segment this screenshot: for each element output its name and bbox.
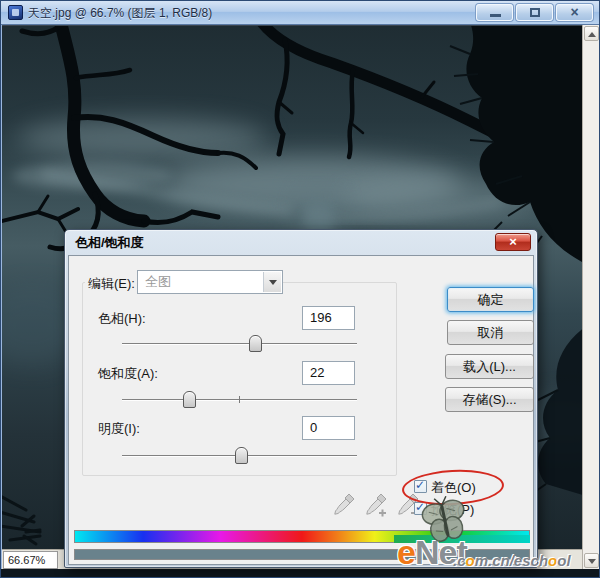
minimize-icon <box>490 14 501 17</box>
close-icon: × <box>509 234 517 249</box>
watermark-url-part: m.cn/esch <box>475 552 548 569</box>
watermark-e: e <box>397 533 415 571</box>
dialog-close-button[interactable]: × <box>495 233 531 251</box>
scroll-down-button[interactable] <box>584 553 599 568</box>
saturation-slider-thumb[interactable] <box>183 391 196 408</box>
photoshop-file-icon <box>8 5 23 20</box>
window-controls: × <box>476 4 593 21</box>
slider-center-tick <box>239 396 240 403</box>
ok-button[interactable]: 确定 <box>447 287 534 312</box>
hue-slider-thumb[interactable] <box>249 335 262 352</box>
hue-slider-track <box>122 343 357 344</box>
eyedropper-plus-icon[interactable] <box>365 491 389 519</box>
minimize-button[interactable] <box>476 4 513 21</box>
eyedropper-icon[interactable] <box>333 491 357 519</box>
cancel-button[interactable]: 取消 <box>447 320 534 345</box>
close-window-button[interactable]: × <box>556 4 593 21</box>
lightness-input[interactable]: 0 <box>302 416 355 440</box>
maximize-button[interactable] <box>516 4 553 21</box>
zoom-level-field[interactable]: 66.67% <box>3 551 58 569</box>
saturation-label: 饱和度(A): <box>95 365 161 383</box>
maximize-icon <box>530 8 540 17</box>
watermark-url-part: ol <box>557 552 570 569</box>
saturation-slider[interactable] <box>122 390 357 408</box>
photoshop-document-window: 天空.jpg @ 66.7% (图层 1, RGB/8) × <box>0 0 600 578</box>
arrow-up-icon <box>588 32 596 37</box>
arrow-down-icon <box>588 559 596 564</box>
lightness-slider[interactable] <box>122 446 357 464</box>
chevron-down-icon <box>269 280 277 285</box>
watermark-url-part: o <box>466 552 475 569</box>
watermark-url-part: o <box>548 552 557 569</box>
load-button[interactable]: 载入(L)... <box>445 354 534 379</box>
lightness-label: 明度(I): <box>95 420 143 438</box>
window-title: 天空.jpg @ 66.7% (图层 1, RGB/8) <box>28 1 212 25</box>
dialog-title[interactable]: 色相/饱和度 <box>65 230 537 255</box>
watermark-url-part: .c <box>453 552 466 569</box>
saturation-input[interactable]: 22 <box>302 361 355 385</box>
scroll-up-button[interactable] <box>584 26 599 41</box>
edit-channel-dropdown[interactable]: 全图 <box>137 270 283 294</box>
save-button[interactable]: 存储(S)... <box>445 387 534 412</box>
hue-slider[interactable] <box>122 334 357 352</box>
dropdown-button[interactable] <box>263 272 281 292</box>
hue-label: 色相(H): <box>95 310 149 328</box>
butterfly-icon <box>421 495 469 547</box>
window-bottom-frame <box>1 569 600 578</box>
close-icon: × <box>557 4 592 21</box>
hue-input[interactable]: 196 <box>302 306 355 330</box>
watermark-url: .com.cn/eschool <box>453 552 571 569</box>
edit-label: 编辑(E): <box>85 275 138 293</box>
vertical-scrollbar[interactable] <box>582 25 599 569</box>
edit-channel-value: 全图 <box>145 271 171 293</box>
lightness-slider-thumb[interactable] <box>235 447 248 464</box>
window-titlebar[interactable]: 天空.jpg @ 66.7% (图层 1, RGB/8) × <box>1 1 600 25</box>
